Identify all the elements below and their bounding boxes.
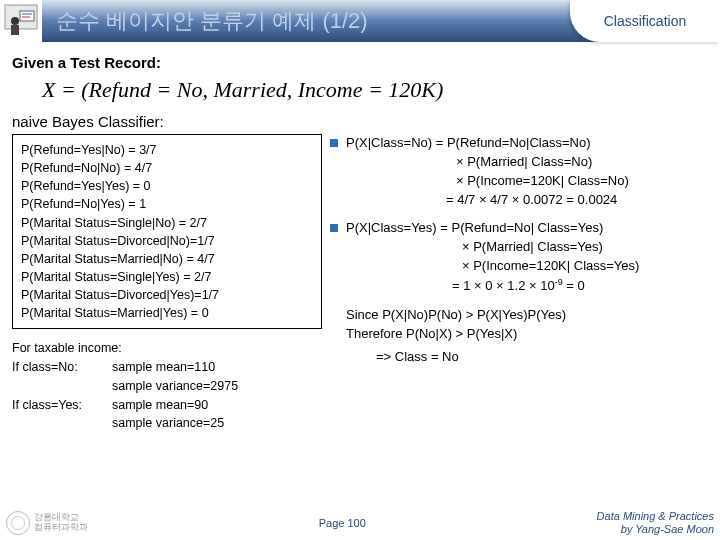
- given-heading: Given a Test Record:: [12, 54, 708, 71]
- tax-yes-var: sample variance=25: [112, 414, 224, 433]
- conclusion-result: => Class = No: [376, 348, 708, 367]
- prob-line: P(Marital Status=Married|Yes) = 0: [21, 304, 313, 322]
- test-record-formula: X = (Refund = No, Married, Income = 120K…: [42, 77, 708, 103]
- page-number: Page 100: [319, 517, 366, 529]
- calc-class-no: P(X|Class=No) = P(Refund=No|Class=No) × …: [330, 134, 708, 209]
- calc-line: P(X|Class=Yes) = P(Refund=No| Class=Yes): [346, 219, 639, 238]
- tax-no-var: sample variance=2975: [112, 377, 238, 396]
- calc-line: P(X|Class=No) = P(Refund=No|Class=No): [346, 134, 629, 153]
- slide-header: 순수 베이지안 분류기 예제 (1/2) Classification: [0, 0, 720, 42]
- bullet-icon: [330, 139, 338, 147]
- prob-line: P(Refund=No|No) = 4/7: [21, 159, 313, 177]
- calc-line: × P(Income=120K| Class=Yes): [346, 257, 639, 276]
- tax-yes-mean: sample mean=90: [112, 396, 224, 415]
- prob-line: P(Refund=Yes|No) = 3/7: [21, 141, 313, 159]
- tax-title: For taxable income:: [12, 339, 322, 358]
- tax-yes-label: If class=Yes:: [12, 396, 112, 434]
- bullet-icon: [330, 224, 338, 232]
- probability-table-box: P(Refund=Yes|No) = 3/7 P(Refund=No|No) =…: [12, 134, 322, 329]
- footer-affiliation: 강릉대학교 컴퓨터과학과: [6, 511, 88, 535]
- conclusion-line: Since P(X|No)P(No) > P(X|Yes)P(Yes): [346, 306, 708, 325]
- slide-content: Given a Test Record: X = (Refund = No, M…: [0, 42, 720, 433]
- header-illustration: [0, 0, 42, 42]
- calc-line: = 1 × 0 × 1.2 × 10-9 = 0: [346, 276, 639, 296]
- dept-name: 컴퓨터과학과: [34, 523, 88, 533]
- prob-line: P(Marital Status=Single|Yes) = 2/7: [21, 268, 313, 286]
- prob-line: P(Marital Status=Single|No) = 2/7: [21, 214, 313, 232]
- tax-no-label: If class=No:: [12, 358, 112, 396]
- slide-footer: 강릉대학교 컴퓨터과학과 Page 100 Data Mining & Prac…: [0, 506, 720, 540]
- calc-line: × P(Married| Class=No): [346, 153, 629, 172]
- svg-rect-2: [11, 25, 19, 35]
- prob-line: P(Marital Status=Married|No) = 4/7: [21, 250, 313, 268]
- classifier-heading: naive Bayes Classifier:: [12, 113, 708, 130]
- university-seal-icon: [6, 511, 30, 535]
- calc-class-yes: P(X|Class=Yes) = P(Refund=No| Class=Yes)…: [330, 219, 708, 296]
- calc-line: = 4/7 × 4/7 × 0.0072 = 0.0024: [346, 191, 629, 210]
- tax-no-mean: sample mean=110: [112, 358, 238, 377]
- person-presenting-icon: [3, 3, 39, 39]
- prob-line: P(Marital Status=Divorced|Yes)=1/7: [21, 286, 313, 304]
- prob-line: P(Marital Status=Divorced|No)=1/7: [21, 232, 313, 250]
- slide-title: 순수 베이지안 분류기 예제 (1/2): [42, 6, 368, 36]
- calc-line: × P(Income=120K| Class=No): [346, 172, 629, 191]
- calc-line: × P(Married| Class=Yes): [346, 238, 639, 257]
- prob-line: P(Refund=No|Yes) = 1: [21, 195, 313, 213]
- conclusion-line: Therefore P(No|X) > P(Yes|X): [346, 325, 708, 344]
- svg-rect-3: [20, 11, 34, 21]
- prob-line: P(Refund=Yes|Yes) = 0: [21, 177, 313, 195]
- svg-point-1: [11, 17, 19, 25]
- footer-credit: Data Mining & Practices by Yang-Sae Moon: [597, 510, 714, 536]
- taxable-income-section: For taxable income: If class=No: sample …: [12, 339, 322, 433]
- slide-category: Classification: [570, 0, 720, 42]
